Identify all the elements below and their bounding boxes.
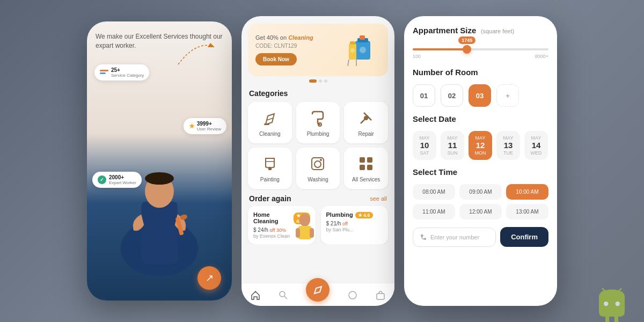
order-card-cleaning[interactable]: Home Cleaning ★ 4.4 $ 24/h off 30% by Ev… [248,206,316,244]
repair-icon [356,108,376,128]
svg-rect-29 [367,165,372,170]
size-slider-value: 1745 [458,36,475,44]
category-all-services[interactable]: All Services [344,148,388,189]
svg-rect-37 [377,294,384,299]
promo-dot-3 [324,79,327,83]
review-badge: ★ 3999+ User Review [184,118,226,134]
size-slider-track[interactable]: 1745 [413,48,548,50]
date-may-13[interactable]: MAY 13 TUE [496,131,520,160]
room-title: Number of Room [413,68,548,77]
time-grid: 08:00 AM 09:00 AM 10:00 AM 11:00 AM 12:0… [413,184,548,219]
order-cards: Home Cleaning ★ 4.4 $ 24/h off 30% by Ev… [241,206,394,244]
washing-label: Washing [308,177,328,182]
repair-label: Repair [358,131,374,137]
promo-dot-2 [319,79,322,83]
nav-search[interactable] [278,290,289,301]
room-01[interactable]: 01 [413,84,435,107]
category-plumbing[interactable]: Plumbing [296,102,340,143]
date-may-14[interactable]: MAY 14 WED [524,131,548,160]
time-0800[interactable]: 08:00 AM [413,184,455,200]
date-may-10[interactable]: MAY 10 SAT [413,131,436,160]
book-now-button[interactable]: Book Now [255,53,297,65]
categories-title: Categories [241,83,394,102]
nav-circle[interactable] [347,290,358,301]
order-card-plumbing[interactable]: Plumbing ★ 4.6 $ 21/h off by San Plu... [321,206,389,244]
slider-labels: 100 8000+ [413,54,548,59]
svg-rect-28 [360,165,365,170]
date-may-12[interactable]: MAY 12 MON [469,131,492,160]
order-cleaning-image [291,212,316,241]
cleaning-supplies-illustration [345,33,379,68]
confirm-row: Enter your number Confirm [413,227,548,247]
svg-rect-26 [360,157,365,163]
room-02[interactable]: 02 [441,84,463,107]
check-circle-icon: ✓ [98,175,106,184]
promo-title: Get 40% on Cleaning [255,34,343,41]
nav-fab-cleaning[interactable] [306,278,330,302]
time-1200[interactable]: 12:00 AM [459,204,502,219]
svg-point-21 [364,116,368,120]
nav-home[interactable] [250,290,261,301]
date-selector: MAY 10 SAT MAY 11 SUN MAY 12 MON MAY 13 … [413,131,548,160]
painting-icon [260,154,280,173]
room-selector: 01 02 03 + [413,84,548,107]
order-header: Order again see all [241,189,394,206]
svg-line-35 [284,296,287,299]
time-1000[interactable]: 10:00 AM [506,184,548,200]
confirm-button[interactable]: Confirm [500,227,548,247]
nav-bag[interactable] [375,290,386,301]
order-plumbing-rating: ★ 4.6 [355,212,373,218]
room-add[interactable]: + [496,84,519,107]
phone-hero: We make our Excellent Services thought o… [87,21,232,301]
order-title: Order again [249,194,291,203]
time-1100[interactable]: 11:00 AM [413,204,455,219]
category-painting[interactable]: Painting [248,148,292,189]
star-icon: ★ [189,122,195,130]
service-label: Service Category [111,73,144,78]
worker-figure [114,145,205,279]
category-washing[interactable]: Washing [296,148,340,189]
svg-rect-33 [310,228,314,238]
svg-rect-27 [367,157,372,163]
svg-rect-22 [268,167,272,170]
service-count: 25+ [111,67,120,73]
apt-size-title: Appartment Size [413,26,476,35]
slider-max: 8000+ [535,54,548,59]
svg-point-4 [145,172,174,185]
promo-banner[interactable]: Get 40% on Cleaning CODE: CLNT129 Book N… [248,24,388,76]
hero-arrow-button[interactable]: ↗ [197,266,221,290]
phone-number-input[interactable]: Enter your number [413,228,496,247]
svg-rect-9 [360,35,365,40]
cleaning-label: Cleaning [259,131,280,137]
apartment-size-section: Appartment Size (square feet) 1745 100 8… [413,26,548,59]
order-plumbing-by: by San Plu... [326,227,383,232]
phone-placeholder: Enter your number [430,234,479,240]
phone-services: Get 40% on Cleaning CODE: CLNT129 Book N… [241,16,394,306]
svg-rect-2 [141,202,177,264]
room-03[interactable]: 03 [469,84,491,107]
bar-chart-icon [100,70,108,75]
date-title: Select Date [413,114,548,123]
svg-point-13 [350,48,355,53]
all-services-icon [356,154,376,173]
order-plumbing-title: Plumbing [326,211,353,218]
size-slider-thumb[interactable] [463,45,471,54]
category-cleaning[interactable]: Cleaning [248,102,292,143]
cleaning-icon [260,108,280,128]
date-may-11[interactable]: MAY 11 SUN [441,131,464,160]
see-all-link[interactable]: see all [370,195,387,202]
time-0900[interactable]: 09:00 AM [459,184,502,200]
order-plumbing-price: $ 21/h off [326,221,383,226]
category-repair[interactable]: Repair [344,102,388,143]
phone-services-content: Get 40% on Cleaning CODE: CLNT129 Book N… [241,16,394,306]
categories-grid: Cleaning Plumbing Repair Painting [241,102,394,189]
bottom-nav [241,283,394,306]
svg-point-36 [349,291,356,299]
painting-label: Painting [260,177,280,182]
svg-point-30 [299,214,310,226]
washing-icon [308,154,327,173]
time-1300[interactable]: 13:00 AM [506,204,548,219]
review-label: User Review [197,127,221,131]
dashed-arrow-decoration [173,38,216,70]
svg-point-38 [604,302,608,306]
